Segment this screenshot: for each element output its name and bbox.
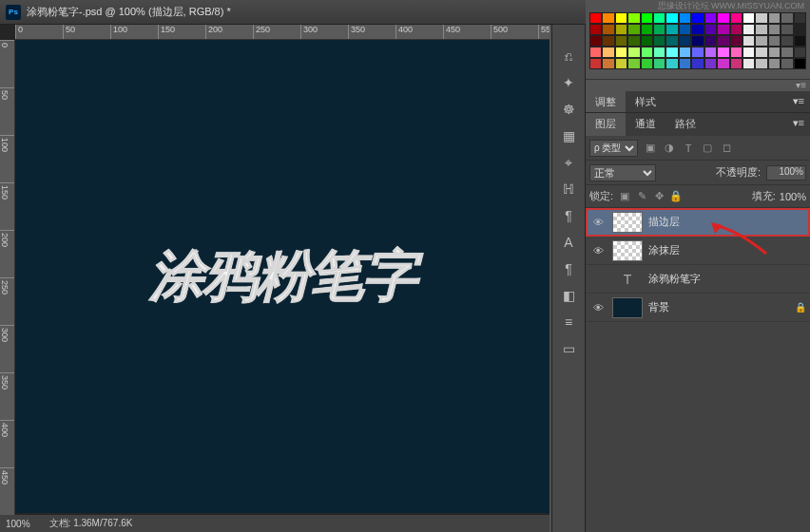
swatch[interactable]	[615, 24, 627, 35]
visibility-icon[interactable]: 👁	[589, 217, 607, 228]
tab-layers[interactable]: 图层	[586, 113, 626, 136]
panel-tool-icon[interactable]: ¶	[555, 256, 582, 281]
tab-adjust[interactable]: 调整	[586, 91, 626, 112]
filter-icon[interactable]: T	[680, 140, 697, 157]
swatch[interactable]	[704, 47, 717, 58]
swatch[interactable]	[679, 24, 691, 35]
panel-tool-icon[interactable]: ▭	[555, 336, 582, 361]
swatch[interactable]	[665, 12, 678, 24]
zoom-level[interactable]: 100%	[6, 519, 30, 529]
swatch[interactable]	[615, 35, 627, 47]
swatch[interactable]	[755, 12, 767, 24]
swatch[interactable]	[653, 12, 665, 24]
swatch[interactable]	[653, 47, 665, 58]
layer-row[interactable]: 👁涂抹层	[586, 237, 810, 265]
swatch[interactable]	[704, 58, 717, 69]
tab-channels[interactable]: 通道	[626, 113, 665, 136]
swatch[interactable]	[615, 12, 627, 24]
layer-thumbnail[interactable]	[612, 212, 643, 233]
text-layer-icon[interactable]: T	[612, 269, 643, 290]
swatch[interactable]	[742, 24, 755, 35]
swatch[interactable]	[781, 47, 793, 58]
swatch[interactable]	[679, 12, 691, 24]
swatch[interactable]	[755, 47, 767, 58]
lock-icon[interactable]: ✥	[651, 189, 666, 204]
swatch[interactable]	[717, 47, 729, 58]
swatch[interactable]	[589, 47, 602, 58]
lock-icon[interactable]: ✎	[634, 189, 649, 204]
tab-paths[interactable]: 路径	[665, 113, 705, 136]
swatches-menu-icon[interactable]: ▾≡	[586, 80, 810, 91]
layer-thumbnail[interactable]	[612, 240, 643, 261]
swatch[interactable]	[665, 24, 678, 35]
swatch[interactable]	[627, 35, 640, 47]
visibility-icon[interactable]: 👁	[589, 245, 607, 256]
layer-name[interactable]: 涂鸦粉笔字	[648, 272, 806, 286]
swatch[interactable]	[717, 35, 729, 47]
opacity-input[interactable]: 100%	[766, 165, 806, 180]
swatch[interactable]	[665, 47, 678, 58]
swatch[interactable]	[781, 58, 793, 69]
swatch[interactable]	[641, 58, 653, 69]
swatch[interactable]	[627, 47, 640, 58]
tab-styles[interactable]: 样式	[626, 91, 665, 112]
swatch[interactable]	[794, 35, 806, 47]
swatch[interactable]	[589, 24, 602, 35]
swatch[interactable]	[742, 12, 755, 24]
filter-icon[interactable]: ◻	[718, 140, 735, 157]
filter-icon[interactable]: ▣	[642, 140, 659, 157]
swatch[interactable]	[742, 47, 755, 58]
panel-tool-icon[interactable]: ▦	[555, 124, 582, 148]
swatch[interactable]	[602, 47, 614, 58]
swatch[interactable]	[641, 24, 653, 35]
swatch[interactable]	[717, 24, 729, 35]
swatch[interactable]	[691, 58, 704, 69]
swatch[interactable]	[589, 58, 602, 69]
swatch[interactable]	[615, 58, 627, 69]
panel-tool-icon[interactable]: ☸	[555, 97, 582, 122]
filter-icon[interactable]: ▢	[699, 140, 716, 157]
fill-input[interactable]: 100%	[780, 191, 806, 202]
swatch[interactable]	[679, 58, 691, 69]
swatch[interactable]	[704, 24, 717, 35]
swatch[interactable]	[768, 47, 781, 58]
swatch[interactable]	[781, 24, 793, 35]
swatch[interactable]	[717, 58, 729, 69]
swatch[interactable]	[717, 12, 729, 24]
panel-tool-icon[interactable]: ⎌	[555, 44, 582, 68]
swatch[interactable]	[589, 12, 602, 24]
swatch[interactable]	[794, 12, 806, 24]
swatch[interactable]	[768, 24, 781, 35]
swatch[interactable]	[627, 24, 640, 35]
swatch[interactable]	[755, 24, 767, 35]
swatch[interactable]	[691, 12, 704, 24]
layer-name[interactable]: 背景	[648, 300, 795, 314]
swatch[interactable]	[602, 12, 614, 24]
panel-tool-icon[interactable]: ✦	[555, 70, 582, 95]
swatch[interactable]	[768, 58, 781, 69]
swatch[interactable]	[768, 12, 781, 24]
swatch[interactable]	[641, 47, 653, 58]
swatch[interactable]	[742, 58, 755, 69]
swatch[interactable]	[781, 12, 793, 24]
layer-row[interactable]: T涂鸦粉笔字	[586, 265, 810, 294]
panel-tool-icon[interactable]: A	[555, 230, 582, 255]
swatch[interactable]	[794, 24, 806, 35]
filter-icon[interactable]: ◑	[661, 140, 678, 157]
filter-type-select[interactable]: ρ 类型	[589, 140, 638, 157]
swatch[interactable]	[730, 58, 742, 69]
panel-tool-icon[interactable]: ¶	[555, 203, 582, 228]
panel-tool-icon[interactable]: ℍ	[555, 177, 582, 201]
swatch[interactable]	[691, 35, 704, 47]
panel-tool-icon[interactable]: ≡	[555, 310, 582, 334]
swatch[interactable]	[653, 58, 665, 69]
lock-icon[interactable]: ▣	[617, 189, 632, 204]
layer-name[interactable]: 涂抹层	[648, 243, 806, 257]
swatch[interactable]	[691, 47, 704, 58]
layer-row[interactable]: 👁背景🔒	[586, 294, 810, 322]
swatch[interactable]	[691, 24, 704, 35]
swatch[interactable]	[627, 12, 640, 24]
swatch[interactable]	[641, 12, 653, 24]
swatch[interactable]	[627, 58, 640, 69]
layer-name[interactable]: 描边层	[648, 215, 806, 229]
